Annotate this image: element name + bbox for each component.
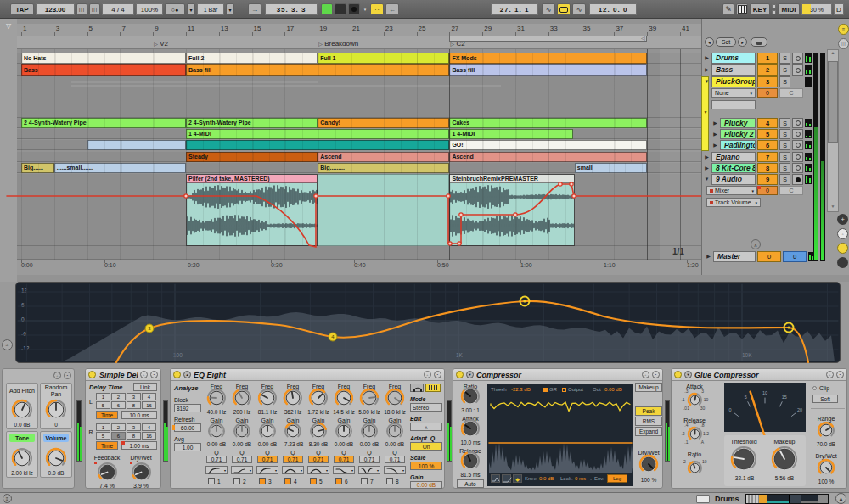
band-6-q-value[interactable]: 0.71 — [334, 456, 354, 463]
mixer-sections-icon[interactable]: ||| — [838, 38, 849, 49]
midi-clip[interactable]: No Hats — [21, 53, 186, 64]
delay-r-time-value[interactable]: 1.00 ms — [121, 441, 157, 450]
avg-value[interactable]: 1.00 — [174, 443, 201, 451]
device-activator-mini[interactable] — [696, 495, 710, 503]
loop-start-display[interactable]: 27. 1. 1 — [491, 3, 538, 15]
midi-map-button[interactable]: MIDI — [778, 3, 800, 15]
time-selection-region[interactable] — [318, 174, 449, 246]
midi-clip[interactable]: GO! — [449, 140, 647, 150]
key-map-button[interactable]: KEY — [750, 3, 770, 15]
delay-r-beat-8[interactable]: 8 — [127, 432, 141, 440]
save-preset-icon[interactable]: ▪ — [836, 371, 844, 378]
band-2-type-selector[interactable]: ▾ — [231, 466, 253, 474]
edit-ab-button[interactable]: ∧ — [410, 423, 442, 431]
master-volume-box[interactable]: 0 — [783, 251, 807, 262]
band-2-q-value[interactable]: 0.71 — [232, 456, 252, 463]
hot-swap-icon[interactable]: ◦ — [140, 371, 148, 378]
draw-mode-button[interactable]: ✎ — [722, 3, 734, 15]
track-fold-button-8[interactable]: ▶ — [703, 165, 711, 172]
track-number-box-6[interactable]: 6 — [757, 140, 778, 150]
midi-clip[interactable]: 2 4-Synth-Watery Pipe — [21, 118, 186, 128]
midi-clip[interactable]: FX Mods — [449, 53, 647, 64]
band-4-type-selector[interactable]: ▾ — [282, 466, 304, 474]
arm-button-1[interactable] — [792, 53, 803, 64]
automation-crossfade-box[interactable]: C — [779, 186, 803, 195]
solo-button-4[interactable]: S — [779, 118, 790, 128]
glue-drywet-knob[interactable] — [816, 457, 836, 478]
midi-clip[interactable]: Candy! — [318, 118, 449, 128]
locator-label[interactable]: C2 — [456, 40, 524, 48]
band-7-freq-knob[interactable] — [358, 387, 380, 409]
automation-device-selector[interactable]: Mixer▾ — [706, 186, 757, 195]
audio-clip[interactable]: Pilfer (2nd take, MASTERED) — [186, 174, 318, 246]
glue-threshold-knob[interactable] — [729, 445, 758, 473]
delay-r-beat-3[interactable]: 3 — [127, 423, 141, 431]
macro-knob-3[interactable] — [10, 446, 34, 470]
band-4-gain-knob[interactable] — [283, 421, 303, 441]
solo-button-7[interactable]: S — [779, 152, 790, 162]
save-preset-icon[interactable]: ▪ — [150, 371, 158, 378]
delay-l-beat-16[interactable]: 16 — [142, 401, 156, 409]
track-fold-button-9[interactable]: ▼ — [703, 176, 711, 183]
record-button[interactable] — [348, 3, 360, 15]
arm-button-2[interactable] — [792, 64, 803, 76]
band-4-freq-knob[interactable] — [282, 387, 304, 409]
band-5-freq-knob[interactable] — [307, 387, 329, 409]
band-7-q-value[interactable]: 0.71 — [359, 456, 380, 463]
activity-view-button[interactable] — [491, 474, 500, 483]
track-fold-button-5[interactable]: ▶ — [711, 131, 719, 138]
metronome-menu-button[interactable]: ▾ — [187, 3, 195, 15]
midi-arrangement-overdub-button[interactable]: ∴ — [370, 3, 384, 15]
band-1-q-value[interactable]: 0.71 — [206, 456, 227, 463]
hot-swap-icon[interactable]: ◦ — [642, 371, 649, 378]
track-name-3[interactable]: PluckGroup — [711, 76, 756, 87]
delay-l-mode-button[interactable]: Time — [96, 411, 118, 419]
band-8-gain-knob[interactable] — [385, 421, 405, 441]
spectrum-resize-icon[interactable]: ≈ — [2, 339, 13, 350]
device-on-button[interactable] — [88, 371, 96, 378]
release-knob[interactable] — [459, 450, 481, 472]
locator-label[interactable]: Breakdown — [324, 40, 392, 48]
delay-l-beat-6[interactable]: 6 — [111, 401, 126, 409]
track-name-7[interactable]: Epiano — [711, 152, 756, 162]
gain-reduction-view-button[interactable]: ◆ — [513, 474, 522, 483]
track-name-9[interactable]: 9 Audio — [711, 174, 756, 185]
midi-clip[interactable]: Bass fill — [186, 64, 449, 76]
band-8-type-selector[interactable]: ▾ — [384, 466, 406, 474]
band-8-q-value[interactable]: 0.71 — [385, 456, 405, 463]
track-number-box-8[interactable]: 8 — [757, 163, 778, 173]
time-signature-display[interactable]: 4 / 4 — [102, 3, 134, 15]
track-fold-button-6[interactable]: ▶ — [711, 142, 719, 149]
computer-midi-keyboard-button[interactable] — [736, 3, 748, 15]
macro-knob-4[interactable] — [44, 446, 68, 470]
locator-flag-icon[interactable]: ▷ — [154, 41, 159, 48]
glue-makeup-knob[interactable] — [770, 445, 799, 473]
arm-button-9[interactable] — [792, 174, 803, 185]
track-name-8[interactable]: 8 Kit-Core 80 — [711, 163, 756, 173]
midi-clip[interactable]: small — [575, 163, 647, 173]
band-2-freq-knob[interactable] — [231, 387, 253, 409]
metronome-button[interactable]: ○● — [165, 3, 185, 15]
track-number-box-1[interactable]: 1 — [757, 53, 778, 64]
device-on-button[interactable] — [456, 371, 464, 378]
range-knob[interactable] — [816, 420, 836, 440]
delay-r-beat-4[interactable]: 4 — [142, 423, 156, 431]
device-on-button[interactable] — [173, 371, 181, 378]
macro-knob-2[interactable] — [44, 398, 68, 422]
solo-button-1[interactable]: S — [779, 53, 790, 64]
midi-clip[interactable]: 2 4-Synth-Watery Pipe — [186, 118, 318, 128]
solo-button-8[interactable]: S — [779, 163, 790, 173]
arm-button-6[interactable] — [792, 140, 803, 150]
midi-clip[interactable] — [186, 140, 449, 150]
track-name-1[interactable]: Drums — [711, 53, 756, 64]
device-fold-button[interactable]: ▼ — [466, 371, 474, 378]
play-button[interactable] — [321, 3, 333, 15]
group-send-box[interactable]: 0 — [757, 88, 778, 98]
delay-r-beat-1[interactable]: 1 — [96, 423, 110, 431]
band-7-gain-knob[interactable] — [359, 421, 380, 441]
output-label[interactable]: Output — [568, 386, 590, 393]
quantization-display[interactable]: 1 Bar — [197, 3, 224, 15]
locator-flag-icon[interactable]: ▷ — [318, 41, 323, 48]
midi-clip[interactable]: Ascend — [318, 152, 449, 162]
stop-button[interactable] — [335, 3, 346, 15]
